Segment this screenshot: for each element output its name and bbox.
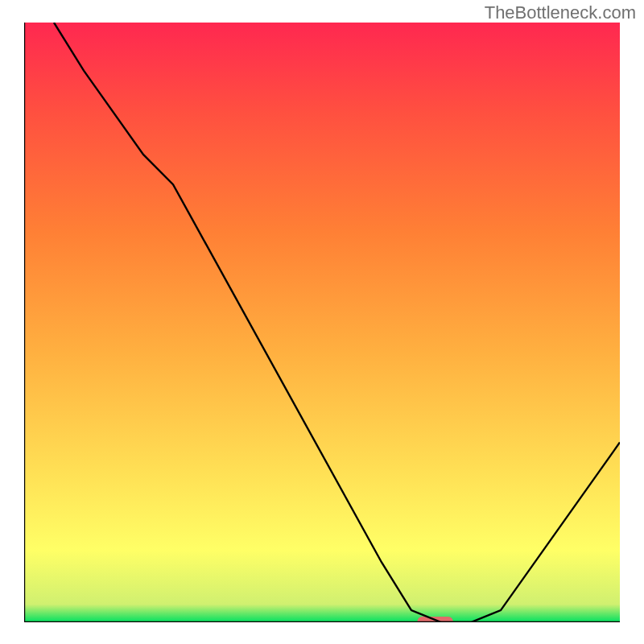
chart-plot-area <box>24 23 620 622</box>
watermark-text: TheBottleneck.com <box>485 2 636 23</box>
chart-svg <box>24 23 620 622</box>
